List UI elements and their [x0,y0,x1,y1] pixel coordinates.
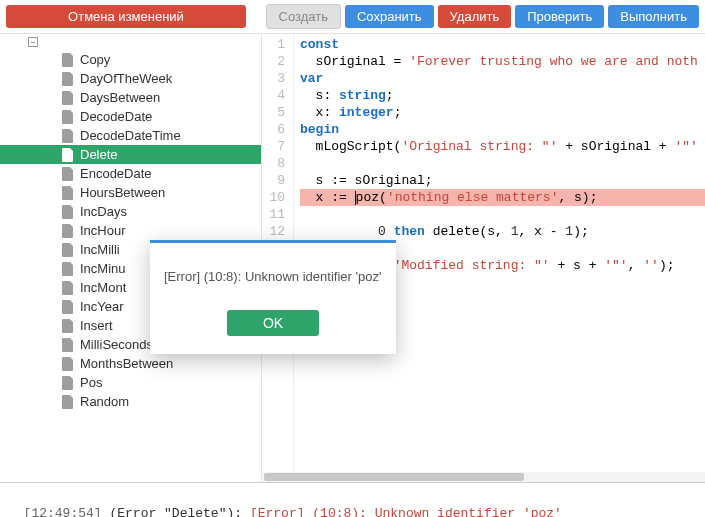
dialog-actions: OK [150,294,396,354]
sidebar-item-incdays[interactable]: IncDays [0,202,261,221]
sidebar-item-label: IncYear [80,299,124,314]
save-button[interactable]: Сохранить [345,5,434,28]
file-icon [62,167,74,181]
line-number: 5 [262,104,285,121]
file-icon [62,357,74,371]
sidebar-item-label: IncMinu [80,261,126,276]
sidebar-item-label: IncDays [80,204,127,219]
sidebar-item-label: Copy [80,52,110,67]
sidebar-item-label: MonthsBetween [80,356,173,371]
tree-parent-node[interactable]: − [0,34,261,50]
file-icon [62,72,74,86]
tree-parent-label [44,36,204,48]
run-button[interactable]: Выполнить [608,5,699,28]
code-line[interactable]: x := poz('nothing else matters', s); [300,189,705,206]
code-line[interactable]: s := sOriginal; [300,172,705,189]
file-icon [62,395,74,409]
collapse-icon[interactable]: − [28,37,38,47]
sidebar-item-pos[interactable]: Pos [0,373,261,392]
code-line[interactable]: 0 then delete(s, 1, x - 1); [300,223,705,240]
file-icon [62,338,74,352]
console-error-message: [Error] (10:8): Unknown identifier 'poz' [250,506,562,517]
code-line[interactable]: sOriginal = 'Forever trusting who we are… [300,53,705,70]
sidebar-item-copy[interactable]: Copy [0,50,261,69]
line-number: 12 [262,223,285,240]
code-line[interactable]: s: string; [300,87,705,104]
line-number: 9 [262,172,285,189]
toolbar: Отмена изменений Создать Сохранить Удали… [0,0,705,34]
line-number: 3 [262,70,285,87]
ok-button[interactable]: OK [227,310,319,336]
sidebar-item-label: Random [80,394,129,409]
file-icon [62,205,74,219]
sidebar-item-inchour[interactable]: IncHour [0,221,261,240]
code-line[interactable]: mLogScript('Original string: "' + sOrigi… [300,138,705,155]
line-number: 4 [262,87,285,104]
sidebar-item-label: DecodeDate [80,109,152,124]
sidebar-item-label: IncMilli [80,242,120,257]
file-icon [62,319,74,333]
sidebar-item-label: DaysBetween [80,90,160,105]
error-dialog: [Error] (10:8): Unknown identifier 'poz'… [150,240,396,354]
line-number: 10 [262,189,285,206]
line-number: 2 [262,53,285,70]
code-line[interactable]: begin [300,121,705,138]
file-icon [62,243,74,257]
sidebar-item-daysbetween[interactable]: DaysBetween [0,88,261,107]
dialog-message: [Error] (10:8): Unknown identifier 'poz' [150,243,396,294]
code-line[interactable]: const [300,36,705,53]
sidebar-item-label: DayOfTheWeek [80,71,172,86]
file-icon [62,148,74,162]
file-icon [62,300,74,314]
scrollbar-thumb[interactable] [264,473,524,481]
line-number: 8 [262,155,285,172]
create-button[interactable]: Создать [266,4,341,29]
code-line[interactable] [300,206,705,223]
sidebar-item-label: HoursBetween [80,185,165,200]
file-icon [62,281,74,295]
file-icon [62,224,74,238]
sidebar-item-label: DecodeDateTime [80,128,181,143]
sidebar-item-label: Delete [80,147,118,162]
file-icon [62,129,74,143]
console: [12:49:54] (Error "Delete"): [Error] (10… [0,482,705,517]
file-icon [62,262,74,276]
sidebar-item-decodedatetime[interactable]: DecodeDateTime [0,126,261,145]
file-icon [62,186,74,200]
sidebar-item-encodedate[interactable]: EncodeDate [0,164,261,183]
sidebar-item-monthsbetween[interactable]: MonthsBetween [0,354,261,373]
sidebar-item-random[interactable]: Random [0,392,261,411]
console-source: (Error "Delete"): [109,506,242,517]
file-icon [62,376,74,390]
console-timestamp: [12:49:54] [24,506,102,517]
sidebar-item-decodedate[interactable]: DecodeDate [0,107,261,126]
code-line[interactable] [300,155,705,172]
line-number: 7 [262,138,285,155]
file-icon [62,91,74,105]
delete-button[interactable]: Удалить [438,5,512,28]
editor-horizontal-scrollbar[interactable] [262,472,705,482]
sidebar-item-label: IncMont [80,280,126,295]
sidebar-item-label: Insert [80,318,113,333]
code-line[interactable]: x: integer; [300,104,705,121]
sidebar-item-label: Pos [80,375,102,390]
check-button[interactable]: Проверить [515,5,604,28]
sidebar-item-label: EncodeDate [80,166,152,181]
cancel-changes-button[interactable]: Отмена изменений [6,5,246,28]
line-number: 1 [262,36,285,53]
sidebar-item-dayoftheweek[interactable]: DayOfTheWeek [0,69,261,88]
line-number: 11 [262,206,285,223]
sidebar-item-label: IncHour [80,223,126,238]
file-icon [62,110,74,124]
code-line[interactable]: var [300,70,705,87]
line-number: 6 [262,121,285,138]
file-icon [62,53,74,67]
sidebar-item-hoursbetween[interactable]: HoursBetween [0,183,261,202]
sidebar-item-delete[interactable]: Delete [0,145,261,164]
